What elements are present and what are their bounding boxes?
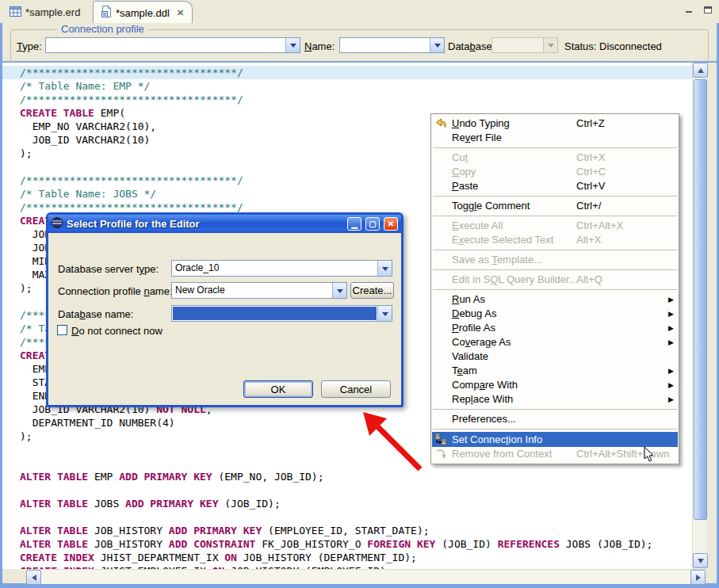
menu-item-toggle-comment[interactable]: Toggle CommentCtrl+/ [432, 199, 678, 213]
eclipse-logo-icon [52, 217, 63, 231]
scroll-down-icon[interactable] [693, 553, 708, 568]
menu-item-label: Edit in SQL Query Builder... [452, 273, 578, 285]
tab-label: *sample.ddl [116, 7, 170, 19]
ide-window: *sample.erd*sample.ddl✕ Connection profi… [0, 0, 719, 588]
menu-item-compare-with[interactable]: Compare With▶ [432, 378, 678, 392]
do-not-connect-label: Do not connect now [71, 325, 163, 337]
database-name-arrow-icon[interactable] [377, 306, 392, 321]
name-combobox-arrow-icon[interactable] [430, 38, 444, 52]
scroll-left-icon[interactable] [26, 570, 41, 585]
menu-item-preferences[interactable]: Preferences... [432, 412, 678, 426]
menu-item-replace-with[interactable]: Replace With▶ [432, 392, 678, 407]
menu-separator [433, 269, 677, 270]
database-name-combobox[interactable] [171, 305, 392, 322]
submenu-arrow-icon: ▶ [668, 292, 674, 307]
view-window-controls [683, 4, 714, 15]
menu-item-label: Revert File [452, 132, 502, 143]
menu-item-team[interactable]: Team▶ [432, 364, 678, 378]
menu-item-label: Remove from Context [452, 448, 552, 460]
connection-profile-name-value: New Oracle [172, 283, 332, 298]
maximize-view-icon[interactable] [701, 4, 714, 15]
menu-item-undo-typing[interactable]: Undo TypingCtrl+Z [432, 116, 678, 131]
menu-item-label: Execute Selected Text [452, 234, 553, 246]
menu-item-execute-selected-text: Execute Selected TextAlt+X [432, 233, 678, 247]
name-combobox[interactable] [339, 37, 445, 53]
menu-item-paste[interactable]: PasteCtrl+V [432, 179, 678, 193]
menu-item-label: Coverage As [452, 336, 511, 348]
tab-sample-ddl[interactable]: *sample.ddl✕ [93, 1, 193, 24]
remove-context-icon [434, 448, 448, 460]
menu-item-label: Toggle Comment [452, 200, 530, 212]
menu-item-coverage-as[interactable]: Coverage As▶ [432, 335, 678, 349]
menu-separator [433, 409, 677, 410]
submenu-arrow-icon: ▶ [668, 307, 674, 321]
vertical-scrollbar-thumb[interactable] [694, 79, 707, 520]
scroll-up-icon[interactable] [693, 63, 708, 78]
dialog-maximize-icon[interactable]: ▢ [365, 217, 380, 231]
horizontal-scrollbar[interactable] [26, 569, 706, 584]
menu-item-label: Debug As [452, 307, 496, 319]
menu-item-label: Run As [452, 293, 485, 305]
code-line: /* Table Name: EMP */ [2, 79, 692, 93]
vertical-scrollbar[interactable] [692, 63, 707, 569]
database-combobox-value [492, 38, 543, 52]
dialog-title: Select Profile for the Editor [67, 218, 343, 230]
menu-item-revert-file[interactable]: Revert File [432, 131, 678, 145]
tab-sample-erd[interactable]: *sample.erd [2, 2, 88, 22]
menu-item-execute-all: Execute AllCtrl+Alt+X [432, 219, 678, 233]
menu-separator [433, 147, 677, 148]
menu-item-run-as[interactable]: Run As▶ [432, 292, 678, 307]
minimize-view-icon[interactable] [683, 4, 696, 15]
connection-profile-group-label: Connection profile [57, 23, 148, 35]
submenu-arrow-icon: ▶ [668, 378, 674, 392]
connection-profile-name-arrow-icon[interactable] [332, 283, 346, 298]
database-name-label: Database name: [58, 308, 133, 320]
menu-item-shortcut: Ctrl+Alt+Shift+Down [576, 447, 669, 461]
do-not-connect-checkbox[interactable] [57, 325, 67, 335]
menu-item-shortcut: Ctrl+X [576, 151, 605, 165]
menu-item-profile-as[interactable]: Profile As▶ [432, 321, 678, 335]
connection-status-text: Status: Disconnected [564, 40, 662, 52]
menu-item-shortcut: Ctrl+Alt+X [576, 219, 623, 233]
database-combobox [491, 37, 558, 53]
menu-item-remove-from-context: Remove from ContextCtrl+Alt+Shift+Down [432, 447, 678, 461]
database-server-type-arrow-icon[interactable] [377, 261, 392, 276]
code-line: CREATE INDEX JHIST_DEPARTMENT_IX ON JOB_… [2, 551, 692, 564]
menu-item-cut: CutCtrl+X [432, 151, 678, 165]
dialog-titlebar[interactable]: Select Profile for the Editor ▁ ▢ ✕ [48, 215, 401, 233]
dialog-minimize-icon[interactable]: ▁ [347, 217, 361, 231]
menu-item-validate[interactable]: Validate [432, 349, 678, 364]
database-label: Database: [448, 40, 495, 52]
database-server-type-combobox[interactable]: Oracle_10 [171, 260, 392, 277]
menu-separator [433, 289, 677, 290]
connection-profile-name-combobox[interactable]: New Oracle [171, 282, 347, 299]
menu-item-label: Copy [452, 166, 476, 178]
database-server-type-value: Oracle_10 [172, 261, 377, 276]
scroll-right-icon[interactable] [690, 570, 706, 585]
type-combobox-arrow-icon[interactable] [285, 38, 300, 52]
menu-separator [433, 216, 677, 216]
menu-item-label: Execute All [452, 220, 503, 231]
database-server-type-label: Database server type: [58, 263, 159, 275]
menu-item-shortcut: Ctrl+V [576, 179, 605, 193]
close-tab-icon[interactable]: ✕ [174, 8, 184, 18]
menu-item-copy: CopyCtrl+C [432, 165, 678, 179]
menu-item-label: Preferences... [452, 413, 516, 425]
menu-separator [433, 250, 677, 250]
code-line: ALTER TABLE EMP ADD PRIMARY KEY (EMP_NO,… [2, 470, 692, 483]
code-line: ALTER TABLE JOB_HISTORY ADD PRIMARY KEY … [2, 524, 692, 537]
cancel-button[interactable]: Cancel [321, 380, 391, 398]
menu-item-shortcut: Ctrl+Z [576, 116, 605, 131]
ok-button[interactable]: OK [243, 380, 313, 398]
file-icon [101, 6, 112, 20]
create-button[interactable]: Create... [350, 282, 394, 299]
type-combobox[interactable] [45, 37, 300, 53]
dialog-close-icon[interactable]: ✕ [384, 217, 398, 231]
menu-item-label: Set Connection Info [452, 433, 542, 445]
menu-item-set-connection-info[interactable]: Set Connection Info [432, 432, 678, 447]
name-label: Name: [304, 40, 335, 52]
menu-item-debug-as[interactable]: Debug As▶ [432, 307, 678, 321]
editor-tabbar: *sample.erd*sample.ddl✕ [0, 0, 719, 24]
menu-item-edit-in-sql-query-builder: Edit in SQL Query Builder...Alt+Q [432, 273, 678, 287]
name-combobox-value [340, 38, 430, 52]
